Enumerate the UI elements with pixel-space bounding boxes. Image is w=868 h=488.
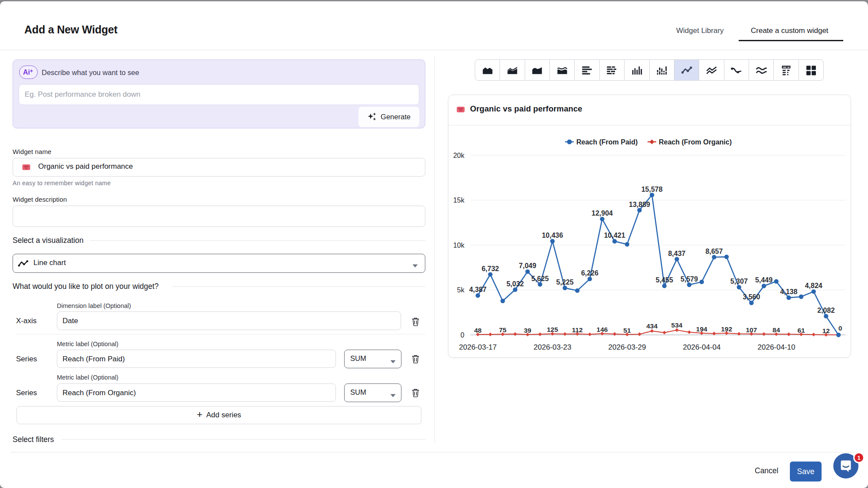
svg-text:0: 0 — [460, 331, 464, 339]
svg-text:8,657: 8,657 — [705, 248, 723, 255]
svg-text:39: 39 — [524, 327, 532, 334]
svg-text:10,436: 10,436 — [542, 232, 563, 239]
svg-text:434: 434 — [646, 322, 658, 330]
svg-text:15,578: 15,578 — [641, 186, 663, 193]
svg-text:13,889: 13,889 — [629, 201, 650, 208]
svg-text:75: 75 — [499, 326, 507, 334]
svg-text:61: 61 — [797, 327, 805, 334]
svg-text:12: 12 — [822, 327, 830, 334]
svg-text:5,455: 5,455 — [656, 276, 673, 284]
svg-text:107: 107 — [746, 326, 757, 334]
svg-text:146: 146 — [597, 326, 608, 333]
svg-text:7,049: 7,049 — [519, 262, 536, 269]
svg-text:0: 0 — [838, 324, 842, 332]
svg-text:192: 192 — [721, 325, 732, 333]
svg-text:4,387: 4,387 — [469, 286, 487, 293]
svg-text:84: 84 — [773, 326, 780, 334]
svg-text:3,560: 3,560 — [743, 293, 760, 301]
svg-text:2,082: 2,082 — [817, 307, 835, 314]
svg-text:15k: 15k — [453, 197, 465, 204]
svg-text:2026-04-10: 2026-04-10 — [758, 343, 796, 351]
svg-text:48: 48 — [474, 327, 482, 334]
svg-text:5,032: 5,032 — [506, 280, 524, 288]
svg-text:4,138: 4,138 — [780, 288, 797, 295]
svg-text:5,225: 5,225 — [556, 278, 574, 286]
svg-text:125: 125 — [547, 326, 558, 333]
svg-text:194: 194 — [696, 325, 707, 333]
svg-text:5,307: 5,307 — [730, 278, 748, 285]
svg-text:8,437: 8,437 — [668, 250, 685, 257]
svg-text:6,226: 6,226 — [581, 269, 598, 277]
svg-text:5k: 5k — [457, 286, 465, 294]
svg-text:4,824: 4,824 — [805, 282, 822, 289]
svg-text:2026-03-29: 2026-03-29 — [608, 343, 646, 351]
svg-text:10,421: 10,421 — [604, 232, 625, 239]
svg-text:Reach (From Organic): Reach (From Organic) — [659, 138, 732, 146]
svg-text:112: 112 — [572, 326, 583, 334]
svg-text:12,904: 12,904 — [592, 210, 613, 217]
svg-text:51: 51 — [623, 327, 631, 334]
svg-text:534: 534 — [671, 321, 683, 329]
svg-text:5,449: 5,449 — [755, 276, 773, 284]
svg-text:2026-03-23: 2026-03-23 — [534, 343, 572, 351]
svg-text:10k: 10k — [453, 242, 465, 249]
svg-text:5,579: 5,579 — [681, 275, 698, 283]
svg-text:6,732: 6,732 — [482, 265, 499, 272]
svg-text:20k: 20k — [453, 152, 465, 159]
svg-text:Reach (From Paid): Reach (From Paid) — [576, 138, 638, 146]
svg-text:5,625: 5,625 — [531, 275, 549, 282]
svg-text:2026-03-17: 2026-03-17 — [459, 343, 497, 351]
svg-text:2026-04-04: 2026-04-04 — [683, 343, 721, 351]
